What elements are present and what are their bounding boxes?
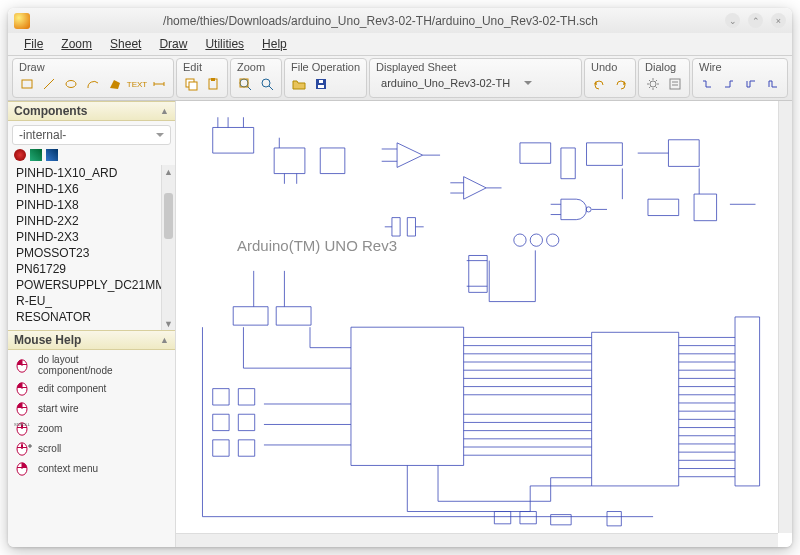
menu-utilities[interactable]: Utilities xyxy=(197,35,252,53)
draw-text-icon[interactable]: TEXT xyxy=(128,75,146,93)
mouse-help-row: scroll xyxy=(8,438,175,458)
redo-icon[interactable] xyxy=(612,75,630,93)
svg-rect-0 xyxy=(22,80,32,88)
component-item[interactable]: PMOSSOT23 xyxy=(10,245,173,261)
svg-rect-127 xyxy=(551,515,571,525)
svg-line-1 xyxy=(44,79,54,89)
draw-ellipse-icon[interactable] xyxy=(62,75,80,93)
component-item[interactable]: PINHD-1X8 xyxy=(10,197,173,213)
svg-rect-90 xyxy=(351,327,464,465)
edit-copy-icon[interactable] xyxy=(182,75,200,93)
toolbar-draw: Draw TEXT xyxy=(12,58,174,98)
svg-rect-83 xyxy=(276,307,311,325)
mouse-help-row: SCROLLzoom xyxy=(8,418,175,438)
svg-rect-125 xyxy=(494,512,510,524)
svg-line-14 xyxy=(269,86,273,90)
wire-mode4-icon[interactable] xyxy=(764,75,782,93)
menu-zoom[interactable]: Zoom xyxy=(53,35,100,53)
zoom-magnify-icon[interactable] xyxy=(258,75,276,93)
menu-file[interactable]: File xyxy=(16,35,51,53)
components-list[interactable]: PINHD-1X10_ARDPINHD-1X6PINHD-1X8PINHD-2X… xyxy=(8,165,175,330)
menu-draw[interactable]: Draw xyxy=(151,35,195,53)
filter-icon-1[interactable] xyxy=(14,149,26,161)
draw-polygon-icon[interactable] xyxy=(106,75,124,93)
schematic-svg xyxy=(182,107,776,547)
mouse-help-row: context menu xyxy=(8,458,175,478)
components-filter-select[interactable]: -internal- xyxy=(12,125,171,145)
filter-icon-3[interactable] xyxy=(46,149,58,161)
close-button[interactable]: × xyxy=(771,13,786,28)
svg-point-2 xyxy=(66,81,76,88)
components-panel-header[interactable]: Components ▲ xyxy=(8,101,175,121)
component-item[interactable]: PINHD-2X3 xyxy=(10,229,173,245)
components-mini-icons xyxy=(8,149,175,165)
component-item[interactable]: PINHD-2X2 xyxy=(10,213,173,229)
svg-rect-73 xyxy=(407,218,415,236)
draw-line-icon[interactable] xyxy=(40,75,58,93)
menu-help[interactable]: Help xyxy=(254,35,295,53)
component-item[interactable]: POWERSUPPLY_DC21MM xyxy=(10,277,173,293)
draw-arc-icon[interactable] xyxy=(84,75,102,93)
component-item[interactable]: PINHD-1X6 xyxy=(10,181,173,197)
component-item[interactable]: PINHD-1X10_ARD xyxy=(10,165,173,181)
titlebar[interactable]: /home/thies/Downloads/arduino_Uno_Rev3-0… xyxy=(8,8,792,33)
dialog-settings-icon[interactable] xyxy=(644,75,662,93)
svg-rect-49 xyxy=(274,148,305,174)
mouse-help-label: context menu xyxy=(38,463,98,474)
edit-paste-icon[interactable] xyxy=(204,75,222,93)
wire-mode1-icon[interactable] xyxy=(698,75,716,93)
svg-rect-88 xyxy=(213,440,229,456)
scroll-up-icon[interactable]: ▲ xyxy=(162,165,175,178)
svg-rect-45 xyxy=(213,127,254,153)
svg-point-76 xyxy=(514,234,526,246)
scroll-thumb[interactable] xyxy=(164,193,173,239)
zoom-fit-icon[interactable] xyxy=(236,75,254,93)
sidebar: Components ▲ -internal- PINHD-1X10_ARDPI… xyxy=(8,101,176,547)
scroll-down-icon[interactable]: ▼ xyxy=(162,317,175,330)
canvas-scrollbar-horizontal[interactable] xyxy=(176,533,778,547)
window-buttons: ⌄ ⌃ × xyxy=(725,13,786,28)
collapse-icon[interactable]: ▲ xyxy=(160,335,169,345)
mouse-help-row: do layout component/node xyxy=(8,352,175,378)
toolbar-dialog: Dialog xyxy=(638,58,690,98)
file-save-icon[interactable] xyxy=(312,75,330,93)
mouse-help-label: zoom xyxy=(38,423,62,434)
menu-sheet[interactable]: Sheet xyxy=(102,35,149,53)
svg-text:SCROLL: SCROLL xyxy=(14,422,31,427)
canvas-scrollbar-vertical[interactable] xyxy=(778,101,792,533)
wire-mode3-icon[interactable] xyxy=(742,75,760,93)
dialog-list-icon[interactable] xyxy=(666,75,684,93)
minimize-button[interactable]: ⌄ xyxy=(725,13,740,28)
toolbar-file: File Operation xyxy=(284,58,367,98)
draw-dimension-icon[interactable] xyxy=(150,75,168,93)
component-item[interactable]: RESONATOR xyxy=(10,309,173,325)
component-item[interactable]: PN61729 xyxy=(10,261,173,277)
mouse-help-panel-header[interactable]: Mouse Help ▲ xyxy=(8,330,175,350)
components-scrollbar[interactable]: ▲ ▼ xyxy=(161,165,175,330)
svg-rect-79 xyxy=(469,255,487,292)
svg-rect-9 xyxy=(211,78,215,81)
displayed-sheet-select[interactable]: arduino_Uno_Rev3-02-TH xyxy=(375,75,535,91)
schematic-canvas[interactable]: Arduino(TM) UNO Rev3 xyxy=(182,107,776,541)
toolbar-sheet: Displayed Sheet arduino_Uno_Rev3-02-TH xyxy=(369,58,582,98)
undo-icon[interactable] xyxy=(590,75,608,93)
draw-rect-icon[interactable] xyxy=(18,75,36,93)
svg-rect-126 xyxy=(520,512,536,524)
wire-mode2-icon[interactable] xyxy=(720,75,738,93)
svg-rect-62 xyxy=(587,143,623,166)
svg-rect-91 xyxy=(592,332,679,486)
collapse-icon[interactable]: ▲ xyxy=(160,106,169,116)
file-open-icon[interactable] xyxy=(290,75,308,93)
component-item[interactable]: R-EU_ xyxy=(10,293,173,309)
content-area: Components ▲ -internal- PINHD-1X10_ARDPI… xyxy=(8,101,792,547)
menubar: File Zoom Sheet Draw Utilities Help xyxy=(8,33,792,55)
svg-rect-85 xyxy=(238,389,254,405)
svg-rect-84 xyxy=(213,389,229,405)
toolbars: Draw TEXT Edit Zoom xyxy=(8,55,792,101)
svg-rect-70 xyxy=(694,194,717,221)
scroll-icon: SCROLL xyxy=(14,420,32,436)
svg-rect-61 xyxy=(561,148,575,179)
svg-rect-53 xyxy=(320,148,345,174)
maximize-button[interactable]: ⌃ xyxy=(748,13,763,28)
filter-icon-2[interactable] xyxy=(30,149,42,161)
